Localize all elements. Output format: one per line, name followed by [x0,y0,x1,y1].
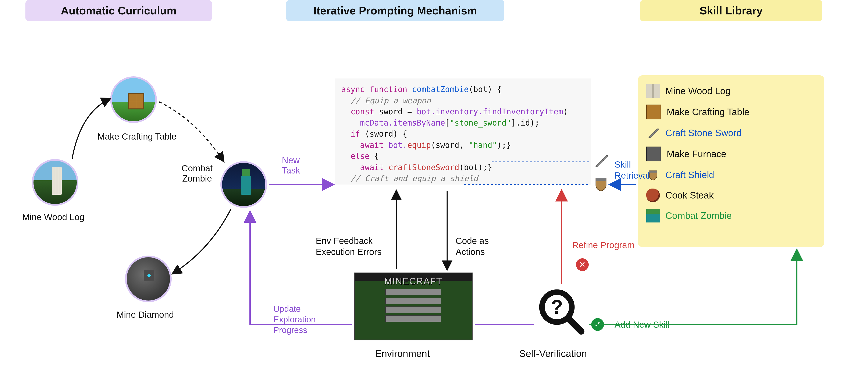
code-tok: "hand" [469,141,497,150]
crafting-table-icon [128,93,144,109]
arrow-update-exploration [250,212,352,325]
arrow-add-new-skill [589,250,797,325]
svg-rect-4 [649,171,657,173]
node-make-crafting-table [110,76,157,123]
skill-row: Craft Stone Sword [646,126,816,140]
furnace-icon [646,146,661,161]
shield-icon [646,168,660,182]
code-tok [341,118,360,128]
node-mine-diamond: ◆ [125,256,172,302]
label-code-as-actions: Code asActions [456,236,489,257]
skill-row: Make Crafting Table [646,105,816,119]
code-tok: [ [445,118,450,128]
skill-label: Make Crafting Table [667,107,749,117]
code-tok: (bot) { [469,85,502,94]
code-tok: equip [407,141,431,150]
code-block: async function combatZombie(bot) { // Eq… [335,79,591,185]
code-tok: else [341,152,374,161]
skill-label: Cook Steak [665,190,714,201]
skill-library-panel: Mine Wood LogMake Crafting TableCraft St… [638,75,824,247]
zombie-icon [646,209,660,223]
code-tok: ].id); [511,118,539,128]
wood-log-icon [52,167,62,195]
code-tok: (sword) { [365,130,407,139]
skill-label: Craft Shield [665,170,714,180]
skill-label: Craft Stone Sword [665,128,742,138]
skill-row: Combat Zombie [646,209,816,223]
wood-log-icon [646,84,660,98]
menu-button-placeholder [385,298,441,304]
code-tok: await [341,163,389,172]
code-tok: (sword, [431,141,469,150]
magnifying-glass-icon: ? [538,288,585,335]
minecraft-screenshot: MINECRAFT [354,273,472,340]
stone-sword-icon [646,126,660,140]
svg-line-2 [568,318,581,332]
code-tok: async function [341,85,412,94]
code-tok: // Equip a weapon [341,96,431,105]
code-tok: bot. [389,141,407,150]
code-tok: if [341,130,365,139]
code-tok: sword = [379,107,416,116]
label-combat-zombie: Combat Zombie [176,163,218,184]
code-tok: craftStoneSword [389,163,459,172]
diamond-ore-icon: ◆ [144,270,154,281]
menu-button-placeholder [385,315,441,322]
skill-label: Make Furnace [667,149,726,159]
arrow-log-to-table [72,99,110,159]
code-tok: { [374,152,379,161]
code-tok: mcData.itemsByName [360,118,445,128]
stone-sword-icon [593,153,609,169]
shield-icon [593,176,609,192]
code-tok: const [341,107,379,116]
skill-row: Cook Steak [646,189,816,202]
zombie-head-icon [242,169,250,176]
self-verification-caption: Self-Verification [519,348,587,359]
node-mine-wood-log [32,159,79,206]
menu-button-placeholder [385,289,441,296]
svg-text:?: ? [551,296,563,318]
arrow-zombie-to-diamond [173,209,231,274]
environment-caption: Environment [375,348,430,359]
label-refine-program: Refine Program [572,240,634,250]
ok-badge-icon: ✓ [591,318,604,331]
minecraft-logo: MINECRAFT [384,276,442,286]
label-mine-diamond: Mine Diamond [117,310,174,320]
skill-row: Make Furnace [646,146,816,161]
skill-row: Craft Shield [646,168,816,182]
code-tok: );} [497,141,511,150]
code-tok: // Craft and equip a shield [341,174,478,183]
code-tok: await [341,141,389,150]
code-tok: "stone_sword" [450,118,511,128]
code-tok: ( [563,107,568,116]
label-update-exploration: UpdateExplorationProgress [273,304,316,335]
section-header-iterative: Iterative Prompting Mechanism [286,0,504,21]
label-new-task: NewTask [282,155,300,175]
skill-label: Mine Wood Log [665,86,731,96]
code-tok: (bot);} [459,163,492,172]
skill-row: Mine Wood Log [646,84,816,98]
label-add-new-skill: Add New Skill [615,319,670,330]
label-make-crafting-table: Make Crafting Table [97,132,177,142]
menu-button-placeholder [385,306,441,313]
node-combat-zombie [220,161,267,208]
crafting-table-icon [646,105,661,119]
section-header-curriculum: Automatic Curriculum [25,0,212,21]
label-mine-wood-log: Mine Wood Log [22,212,84,222]
svg-rect-0 [596,178,606,181]
skill-label: Combat Zombie [665,210,732,221]
steak-icon [646,189,660,202]
fail-badge-icon: ✕ [576,258,589,271]
code-tok: bot.inventory.findInventoryItem [416,107,563,116]
label-env-feedback: Env FeedbackExecution Errors [316,236,381,257]
section-header-skills: Skill Library [640,0,822,21]
zombie-body-icon [241,176,251,195]
code-tok: combatZombie [412,85,469,94]
